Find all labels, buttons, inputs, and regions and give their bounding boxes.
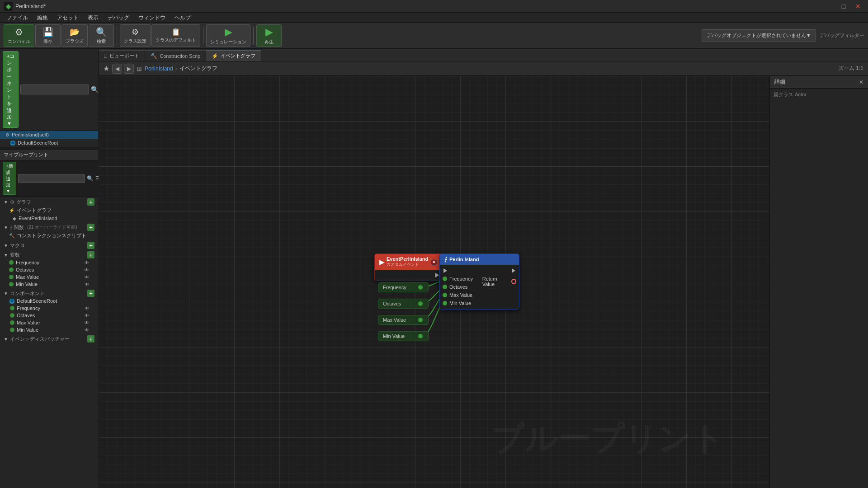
add-dispatcher-button[interactable]: + bbox=[87, 335, 94, 343]
pin-dot-minvalue bbox=[443, 301, 447, 305]
close-btn[interactable]: ✕ bbox=[852, 2, 864, 11]
pin-octaves: Octaves bbox=[440, 283, 480, 291]
var-item-octaves[interactable]: Octaves 👁 bbox=[0, 266, 98, 273]
parent-class-label: 親クラス Actor bbox=[770, 89, 868, 101]
add-comp-button[interactable]: + bbox=[87, 290, 94, 297]
event-perlin-icon: ◆ bbox=[13, 216, 16, 221]
var-eye-frequency[interactable]: 👁 bbox=[85, 260, 89, 265]
tree-item-construction[interactable]: 🔨 コンストラクションスクリプト bbox=[0, 231, 98, 240]
comp-minvalue[interactable]: Min Value 👁 bbox=[0, 326, 98, 333]
breadcrumb-current: イベントグラフ bbox=[179, 65, 217, 72]
save-label: 保存 bbox=[43, 38, 52, 45]
var-eye-minvalue[interactable]: 👁 bbox=[85, 282, 89, 287]
func-exec-in bbox=[443, 268, 447, 273]
menu-debug[interactable]: デバッグ bbox=[103, 13, 134, 23]
debug-dropdown[interactable]: デバッグオブジェクトが選択されていません▼ bbox=[702, 29, 816, 42]
new-item-button[interactable]: +新規追加▼ bbox=[3, 162, 16, 195]
menu-window[interactable]: ウィンドウ bbox=[134, 13, 170, 23]
var-item-frequency[interactable]: Frequency 👁 bbox=[0, 259, 98, 266]
add-component-button[interactable]: +コンポーネントを追加▼ bbox=[3, 51, 19, 128]
add-macro-button[interactable]: + bbox=[87, 242, 94, 249]
component-label-self: PerlinIsland(self) bbox=[12, 132, 49, 137]
right-content: □ ビューポート 🔨 Construction Scrip ⚡ イベントグラフ … bbox=[99, 49, 868, 488]
comp-maxvalue[interactable]: Max Value 👁 bbox=[0, 319, 98, 326]
construction-icon: 🔨 bbox=[9, 233, 14, 238]
menu-asset[interactable]: アセット bbox=[52, 13, 83, 23]
construction-label: コンストラクションスクリプト bbox=[17, 232, 86, 239]
macro-collapse-icon[interactable]: ▼ bbox=[4, 243, 8, 248]
section-components: ▼ コンポーネント + bbox=[0, 288, 98, 297]
component-icon-self: ⚙ bbox=[5, 132, 9, 137]
disp-collapse-icon[interactable]: ▼ bbox=[4, 337, 8, 342]
search-button[interactable]: 🔍 検索 bbox=[89, 24, 114, 47]
add-variable-button[interactable]: + bbox=[87, 251, 94, 258]
pin-label-minvalue: Min Value bbox=[449, 300, 471, 306]
var-node-frequency[interactable]: Frequency bbox=[378, 282, 429, 292]
class-settings-icon: ⚙ bbox=[132, 27, 139, 37]
var-node-octaves[interactable]: Octaves bbox=[378, 299, 429, 309]
tab-viewport[interactable]: □ ビューポート bbox=[99, 50, 145, 61]
component-item-root[interactable]: 🌐 DefaultSceneRoot bbox=[0, 139, 98, 147]
var-node-maxvalue[interactable]: Max Value bbox=[378, 315, 429, 325]
menu-help[interactable]: ヘルプ bbox=[170, 13, 195, 23]
var-collapse-icon[interactable]: ▼ bbox=[4, 253, 8, 258]
var-node-inner-minvalue: Min Value bbox=[378, 332, 428, 341]
var-item-minvalue[interactable]: Min Value 👁 bbox=[0, 281, 98, 288]
nav-forward-button[interactable]: ▶ bbox=[124, 64, 134, 74]
simulate-button[interactable]: ▶ シミュレーション bbox=[206, 24, 250, 47]
var-node-minvalue[interactable]: Min Value bbox=[378, 331, 429, 341]
comp-octaves[interactable]: Octaves 👁 bbox=[0, 312, 98, 319]
comp-eye-freq[interactable]: 👁 bbox=[85, 306, 89, 311]
section-collapse-icon[interactable]: ▼ bbox=[4, 200, 8, 205]
wire-connections bbox=[99, 76, 769, 488]
menu-edit[interactable]: 編集 bbox=[33, 13, 52, 23]
tab-construction[interactable]: 🔨 Construction Scrip bbox=[145, 50, 206, 61]
event-node-perlin[interactable]: ▶ EventPerlinIsland カスタムイベント ✕ bbox=[374, 253, 442, 281]
right-panel: 詳細 ✕ 親クラス Actor bbox=[769, 76, 868, 488]
tree-item-event-graph[interactable]: ⚡ イベントグラフ bbox=[0, 206, 98, 215]
ue-logo: ◆ bbox=[4, 2, 13, 11]
bookmark-icon[interactable]: ★ bbox=[103, 64, 109, 73]
details-close-icon[interactable]: ✕ bbox=[859, 79, 863, 85]
comp-collapse-icon[interactable]: ▼ bbox=[4, 291, 8, 296]
class-settings-button[interactable]: ⚙ クラス設定 bbox=[120, 24, 151, 47]
breadcrumb-perlin[interactable]: PerlinIsland bbox=[145, 66, 173, 72]
comp-freq[interactable]: Frequency 👁 bbox=[0, 305, 98, 312]
maximize-btn[interactable]: □ bbox=[837, 2, 850, 11]
func-node-header: ⨍ Perlin Island bbox=[440, 254, 519, 265]
add-graph-button[interactable]: + bbox=[87, 198, 94, 206]
browse-button[interactable]: 📂 ブラウズ bbox=[61, 24, 88, 47]
event-node-close[interactable]: ✕ bbox=[431, 259, 437, 265]
add-function-button[interactable]: + bbox=[87, 224, 94, 231]
component-search-icon[interactable]: 🔍 bbox=[91, 86, 99, 93]
func-node-perlin[interactable]: ⨍ Perlin Island bbox=[439, 253, 519, 310]
event-perlin-label: EventPerlinIsland bbox=[19, 216, 57, 221]
pin-label-frequency: Frequency bbox=[449, 276, 473, 282]
comp-item-root[interactable]: 🌐 DefaultSceneRoot bbox=[0, 297, 98, 305]
tab-event-graph[interactable]: ⚡ イベントグラフ bbox=[206, 50, 261, 61]
menu-view[interactable]: 表示 bbox=[83, 13, 103, 23]
menu-file[interactable]: ファイル bbox=[2, 13, 33, 23]
blueprint-search-icon[interactable]: 🔍 bbox=[87, 175, 94, 182]
comp-eye-octaves[interactable]: 👁 bbox=[85, 313, 89, 318]
component-item-self[interactable]: ⚙ PerlinIsland(self) bbox=[0, 131, 98, 139]
play-button[interactable]: ▶ 再生 bbox=[256, 24, 282, 47]
comp-eye-maxvalue[interactable]: 👁 bbox=[85, 320, 89, 325]
save-icon: 💾 bbox=[42, 27, 54, 38]
var-dot-frequency bbox=[9, 260, 14, 265]
var-eye-maxvalue[interactable]: 👁 bbox=[85, 275, 89, 280]
class-defaults-button[interactable]: 📋 クラスのデフォルト bbox=[151, 24, 200, 47]
tree-item-event-perlin[interactable]: ◆ EventPerlinIsland bbox=[0, 215, 98, 222]
var-eye-octaves[interactable]: 👁 bbox=[85, 267, 89, 272]
save-button[interactable]: 💾 保存 bbox=[35, 24, 61, 47]
var-item-maxvalue[interactable]: Max Value 👁 bbox=[0, 273, 98, 281]
component-search-input[interactable] bbox=[20, 84, 89, 94]
blueprint-search-input[interactable] bbox=[18, 174, 85, 183]
minimize-btn[interactable]: — bbox=[823, 2, 835, 11]
compile-button[interactable]: ⚙ コンパイル bbox=[4, 24, 34, 47]
nav-back-button[interactable]: ◀ bbox=[112, 64, 122, 74]
comp-eye-minvalue[interactable]: 👁 bbox=[85, 328, 89, 333]
func-collapse-icon[interactable]: ▼ bbox=[4, 225, 8, 230]
var-node-inner-maxvalue: Max Value bbox=[378, 315, 428, 324]
blueprint-canvas[interactable]: ブループリント ▶ bbox=[99, 76, 769, 488]
